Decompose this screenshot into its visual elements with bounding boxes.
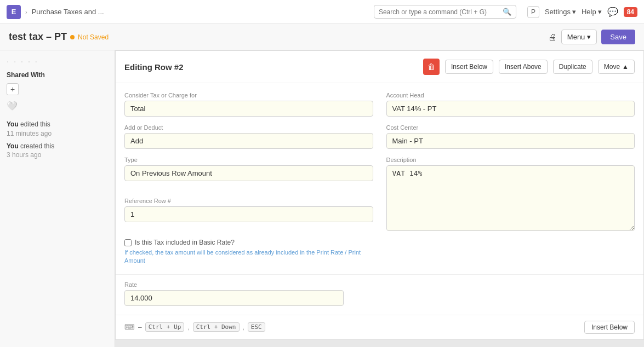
keyboard-icon: ⌨: [124, 323, 135, 331]
user-badge: P: [527, 6, 539, 18]
footer-dash: –: [138, 323, 142, 331]
save-button[interactable]: Save: [601, 30, 635, 44]
settings-button[interactable]: Settings ▾: [545, 8, 576, 16]
description-label: Description: [386, 157, 635, 163]
move-button[interactable]: Move ▲: [598, 60, 635, 74]
navbar: E › Purchase Taxes and ... 🔍 P Settings …: [0, 0, 644, 24]
activity-section: You edited this 11 minutes ago You creat…: [7, 120, 108, 160]
insert-above-button[interactable]: Insert Above: [499, 60, 548, 74]
reference-row-label: Reference Row #: [124, 198, 373, 204]
account-head-field: Account Head: [386, 92, 635, 117]
print-button[interactable]: 🖨: [548, 32, 557, 42]
content-area: Editing Row #2 🗑 Insert Below Insert Abo…: [115, 50, 644, 347]
breadcrumb-chevron: ›: [25, 9, 27, 15]
shortcut-esc: ESC: [248, 322, 265, 332]
type-input[interactable]: [124, 165, 373, 181]
global-search[interactable]: 🔍: [374, 5, 516, 19]
footer-sep-2: ,: [243, 323, 244, 331]
tax-included-label: Is this Tax included in Basic Rate?: [135, 239, 235, 246]
footer-insert-below-button[interactable]: Insert Below: [584, 321, 635, 334]
cost-center-field: Cost Center: [386, 124, 635, 149]
duplicate-button[interactable]: Duplicate: [553, 60, 592, 74]
help-button[interactable]: Help ▾: [582, 8, 602, 16]
notification-icon[interactable]: 💬: [607, 7, 618, 17]
consider-tax-input[interactable]: [124, 101, 373, 117]
tax-included-field: Is this Tax included in Basic Rate? If c…: [124, 239, 373, 265]
tax-included-checkbox-row: Is this Tax included in Basic Rate?: [124, 239, 373, 246]
cost-center-input[interactable]: [386, 133, 635, 149]
rate-input[interactable]: [124, 290, 344, 306]
rate-label: Rate: [124, 281, 344, 288]
chevron-up-icon: ▲: [622, 63, 629, 71]
search-input[interactable]: [379, 8, 499, 16]
add-or-deduct-label: Add or Deduct: [124, 124, 373, 131]
shortcut-ctrl-down: Ctrl + Down: [193, 322, 240, 332]
type-field: Type: [124, 157, 373, 190]
not-saved-label: Not Saved: [78, 33, 109, 41]
shared-with-label: Shared With: [7, 71, 108, 79]
editing-title: Editing Row #2: [124, 62, 418, 72]
delete-row-button[interactable]: 🗑: [423, 59, 440, 75]
consider-tax-label: Consider Tax or Charge for: [124, 92, 373, 99]
trash-icon: 🗑: [428, 62, 435, 71]
rate-section: Rate: [116, 274, 643, 315]
notification-count: 84: [624, 7, 637, 17]
cost-center-label: Cost Center: [386, 124, 635, 131]
add-shared-button[interactable]: +: [7, 83, 19, 95]
editing-header: Editing Row #2 🗑 Insert Below Insert Abo…: [116, 51, 643, 83]
search-icon: 🔍: [503, 8, 511, 16]
breadcrumb-text: Purchase Taxes and ...: [32, 8, 104, 16]
footer-sep-1: ,: [187, 323, 189, 331]
page-actions: 🖨 Menu ▾ Save: [548, 30, 635, 44]
sidebar-dots: · · · · ·: [7, 57, 108, 67]
favorite-icon[interactable]: 🤍: [7, 101, 108, 111]
app-logo: E: [7, 5, 21, 19]
page-header: test tax – PT Not Saved 🖨 Menu ▾ Save: [0, 24, 644, 50]
account-head-input[interactable]: [386, 101, 635, 117]
rate-field: Rate: [124, 281, 344, 306]
description-field: Description VAT 14%: [386, 157, 635, 231]
sidebar: · · · · · Shared With + 🤍 You edited thi…: [0, 50, 115, 347]
reference-row-input[interactable]: [124, 206, 373, 222]
main-layout: · · · · · Shared With + 🤍 You edited thi…: [0, 50, 644, 347]
shortcut-ctrl-up: Ctrl + Up: [145, 322, 185, 332]
description-textarea[interactable]: VAT 14%: [386, 165, 635, 231]
account-head-label: Account Head: [386, 92, 635, 99]
insert-below-button[interactable]: Insert Below: [445, 60, 493, 74]
tax-included-checkbox[interactable]: [124, 239, 132, 246]
add-or-deduct-input[interactable]: [124, 133, 373, 149]
type-label: Type: [124, 157, 373, 163]
footer-right: Insert Below: [584, 321, 635, 334]
activity-item: You created this 3 hours ago: [7, 142, 108, 160]
nav-right-actions: P Settings ▾ Help ▾ 💬 84: [527, 6, 637, 18]
editing-footer: ⌨ – Ctrl + Up , Ctrl + Down , ESC Insert…: [116, 315, 643, 339]
editing-panel: Editing Row #2 🗑 Insert Below Insert Abo…: [115, 50, 644, 340]
reference-row-field: Reference Row #: [124, 198, 373, 231]
tax-included-hint: If checked, the tax amount will be consi…: [124, 248, 373, 265]
page-title: test tax – PT: [9, 31, 67, 43]
menu-button[interactable]: Menu ▾: [561, 30, 597, 44]
activity-item: You edited this 11 minutes ago: [7, 120, 108, 138]
editing-form-body: Consider Tax or Charge for Account Head …: [116, 83, 643, 274]
consider-tax-field: Consider Tax or Charge for: [124, 92, 373, 117]
not-saved-dot: [70, 35, 75, 39]
add-or-deduct-field: Add or Deduct: [124, 124, 373, 149]
